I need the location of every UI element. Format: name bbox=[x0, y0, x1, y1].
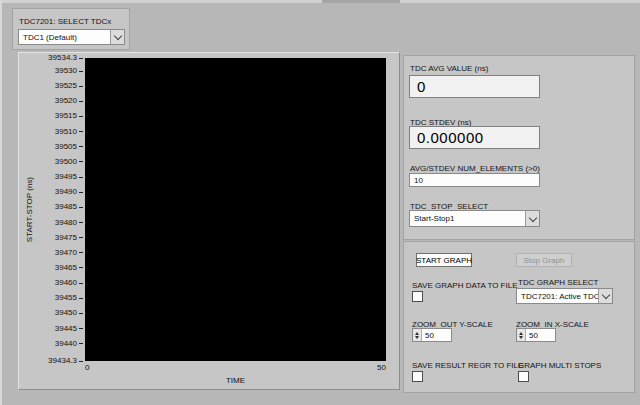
y-tick: 39495 bbox=[55, 173, 83, 181]
zoom-out-y-input[interactable]: 50 bbox=[412, 328, 452, 342]
y-tick-label: 39440 bbox=[55, 340, 77, 348]
y-tick-label: 39485 bbox=[55, 203, 77, 211]
y-tick-mark bbox=[79, 252, 83, 253]
window-top-strip bbox=[0, 0, 640, 3]
tdc-select-dropdown[interactable]: TDC1 (Default) bbox=[18, 29, 125, 45]
y-tick-label: 39510 bbox=[55, 128, 77, 136]
chevron-down-icon bbox=[113, 32, 121, 40]
y-tick-mark bbox=[79, 71, 83, 72]
graph-select-dropdown-button[interactable] bbox=[598, 289, 612, 303]
y-tick-label: 39530 bbox=[55, 67, 77, 75]
y-tick-label: 39500 bbox=[55, 158, 77, 166]
y-tick-label: 39465 bbox=[55, 264, 77, 272]
y-axis-ticks: 39534.3395303952539520395153951039505395… bbox=[19, 58, 83, 361]
y-tick: 39475 bbox=[55, 234, 83, 242]
y-tick: 39465 bbox=[55, 264, 83, 272]
save-graph-data-label: SAVE GRAPH DATA TO FILE bbox=[412, 281, 518, 290]
y-tick-mark bbox=[79, 328, 83, 329]
y-tick-mark bbox=[79, 298, 83, 299]
y-tick-label: 39434.3 bbox=[48, 357, 77, 365]
y-tick: 39440 bbox=[55, 340, 83, 348]
y-tick-label: 39515 bbox=[55, 112, 77, 120]
y-tick: 39505 bbox=[55, 143, 83, 151]
tdc-select-label: TDC7201: SELECT TDCx bbox=[19, 17, 111, 26]
save-graph-data-checkbox[interactable] bbox=[412, 291, 423, 302]
y-tick-label: 39490 bbox=[55, 188, 77, 196]
chevron-down-icon bbox=[528, 213, 536, 221]
y-tick-mark bbox=[79, 361, 83, 362]
x-axis-ticks: 0 50 bbox=[85, 363, 386, 372]
zoom-out-y-value: 50 bbox=[422, 329, 434, 341]
num-elements-label: AVG/STDEV NUM_ELEMENTS (>0) bbox=[410, 164, 540, 173]
multi-stops-label: GRAPH MULTI STOPS bbox=[518, 361, 601, 370]
y-tick: 39480 bbox=[55, 219, 83, 227]
start-graph-button[interactable]: START GRAPH bbox=[416, 253, 472, 267]
y-tick: 39534.3 bbox=[48, 54, 83, 62]
y-tick: 39450 bbox=[55, 309, 83, 317]
tdc-select-dropdown-button[interactable] bbox=[110, 30, 124, 44]
chevron-down-icon bbox=[601, 291, 609, 299]
y-tick: 39520 bbox=[55, 97, 83, 105]
y-tick-label: 39470 bbox=[55, 249, 77, 257]
y-tick-mark bbox=[79, 343, 83, 344]
save-regr-label: SAVE RESULT REGR TO FILE bbox=[412, 361, 523, 370]
y-tick: 39490 bbox=[55, 188, 83, 196]
graph-select-value: TDC7201: Active TDCx bbox=[517, 289, 598, 303]
avg-value-display: 0 bbox=[409, 75, 540, 98]
y-tick: 39470 bbox=[55, 249, 83, 257]
y-tick-mark bbox=[79, 146, 83, 147]
y-tick-mark bbox=[79, 86, 83, 87]
y-tick-label: 39460 bbox=[55, 279, 77, 287]
labview-front-panel: { "colors": { "page_bg": "#b7b7b7", "pan… bbox=[0, 0, 640, 405]
graph-container: START-STOP (ns) 39534.339530395253952039… bbox=[18, 52, 400, 390]
y-tick-mark bbox=[79, 161, 83, 162]
increment-decrement-icon[interactable] bbox=[517, 329, 526, 341]
y-tick-label: 39450 bbox=[55, 309, 77, 317]
stop-select-dropdown[interactable]: Start-Stop1 bbox=[409, 210, 540, 227]
y-tick-mark bbox=[79, 177, 83, 178]
controls-cluster: START GRAPH Stop Graph SAVE GRAPH DATA T… bbox=[403, 241, 635, 393]
graph-select-dropdown[interactable]: TDC7201: Active TDCx bbox=[516, 288, 613, 304]
y-tick-label: 39520 bbox=[55, 97, 77, 105]
y-tick-label: 39445 bbox=[55, 325, 77, 333]
y-tick-mark bbox=[79, 101, 83, 102]
y-tick: 39485 bbox=[55, 203, 83, 211]
y-tick: 39525 bbox=[55, 82, 83, 90]
y-tick-mark bbox=[79, 116, 83, 117]
y-tick-mark bbox=[79, 237, 83, 238]
multi-stops-checkbox[interactable] bbox=[518, 371, 529, 382]
y-tick: 39455 bbox=[55, 294, 83, 302]
tdc-select-value: TDC1 (Default) bbox=[19, 30, 110, 44]
x-tick-label: 50 bbox=[377, 363, 386, 372]
y-tick: 39530 bbox=[55, 67, 83, 75]
stdev-display: 0.000000 bbox=[409, 126, 540, 149]
y-tick-mark bbox=[79, 267, 83, 268]
y-tick-label: 39495 bbox=[55, 173, 77, 181]
y-tick-label: 39475 bbox=[55, 234, 77, 242]
y-tick-label: 39505 bbox=[55, 143, 77, 151]
y-tick: 39434.3 bbox=[48, 357, 83, 365]
y-tick: 39460 bbox=[55, 279, 83, 287]
save-regr-checkbox[interactable] bbox=[412, 371, 423, 382]
y-tick-mark bbox=[79, 207, 83, 208]
y-tick: 39500 bbox=[55, 158, 83, 166]
num-elements-input[interactable]: 10 bbox=[409, 173, 540, 187]
zoom-in-x-input[interactable]: 50 bbox=[516, 328, 556, 342]
stop-graph-button[interactable]: Stop Graph bbox=[516, 253, 572, 267]
stop-select-value: Start-Stop1 bbox=[410, 211, 525, 226]
stop-select-dropdown-button[interactable] bbox=[525, 211, 539, 226]
y-tick-mark bbox=[79, 131, 83, 132]
y-tick-label: 39525 bbox=[55, 82, 77, 90]
y-tick-label: 39480 bbox=[55, 219, 77, 227]
zoom-in-x-value: 50 bbox=[526, 329, 538, 341]
y-tick-mark bbox=[79, 192, 83, 193]
y-tick: 39515 bbox=[55, 112, 83, 120]
y-tick-mark bbox=[79, 58, 83, 59]
y-tick-label: 39534.3 bbox=[48, 54, 77, 62]
y-tick: 39510 bbox=[55, 128, 83, 136]
graph-select-label: TDC GRAPH SELECT bbox=[518, 278, 598, 287]
tdc-select-cluster: TDC7201: SELECT TDCx TDC1 (Default) bbox=[12, 8, 130, 50]
x-axis-title: TIME bbox=[85, 376, 386, 385]
increment-decrement-icon[interactable] bbox=[413, 329, 422, 341]
y-tick-mark bbox=[79, 313, 83, 314]
